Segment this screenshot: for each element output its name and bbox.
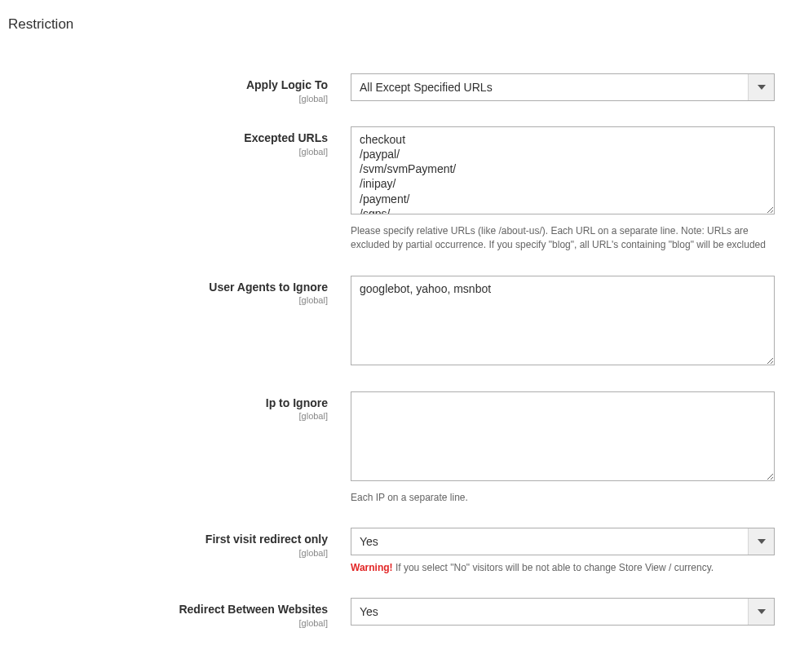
label-redirect-between: Redirect Between Websites (8, 603, 328, 617)
scope-label: [global] (8, 147, 328, 157)
label-excepted-urls: Excepted URLs (8, 131, 328, 145)
redirect-between-select[interactable]: Yes (351, 598, 775, 626)
section-title: Restriction (8, 16, 783, 33)
field-apply-logic: Apply Logic To [global] All Except Speci… (8, 73, 783, 104)
excepted-urls-note: Please specify relative URLs (like /abou… (351, 224, 775, 253)
field-first-visit: First visit redirect only [global] Yes W… (8, 528, 783, 575)
field-user-agents: User Agents to Ignore [global] (8, 276, 783, 369)
scope-label: [global] (8, 618, 328, 628)
ip-ignore-note: Each IP on a separate line. (351, 491, 775, 505)
excepted-urls-textarea[interactable] (351, 126, 775, 214)
scope-label: [global] (8, 295, 328, 305)
ip-ignore-textarea[interactable] (351, 391, 775, 481)
field-redirect-between: Redirect Between Websites [global] Yes (8, 598, 783, 628)
label-user-agents: User Agents to Ignore (8, 281, 328, 294)
warning-label: Warning! (351, 562, 393, 573)
apply-logic-select[interactable]: All Except Specified URLs (351, 73, 775, 101)
label-ip-ignore: Ip to Ignore (8, 396, 328, 410)
scope-label: [global] (8, 94, 328, 104)
warning-text: If you select "No" visitors will be not … (393, 562, 714, 573)
field-excepted-urls: Excepted URLs [global] Please specify re… (8, 126, 783, 253)
label-first-visit: First visit redirect only (8, 533, 328, 546)
scope-label: [global] (8, 548, 328, 558)
scope-label: [global] (8, 411, 328, 421)
user-agents-textarea[interactable] (351, 276, 775, 365)
field-ip-ignore: Ip to Ignore [global] Each IP on a separ… (8, 391, 783, 505)
first-visit-warning: Warning! If you select "No" visitors wil… (351, 560, 775, 575)
first-visit-select[interactable]: Yes (351, 528, 775, 555)
label-apply-logic: Apply Logic To (8, 78, 328, 92)
